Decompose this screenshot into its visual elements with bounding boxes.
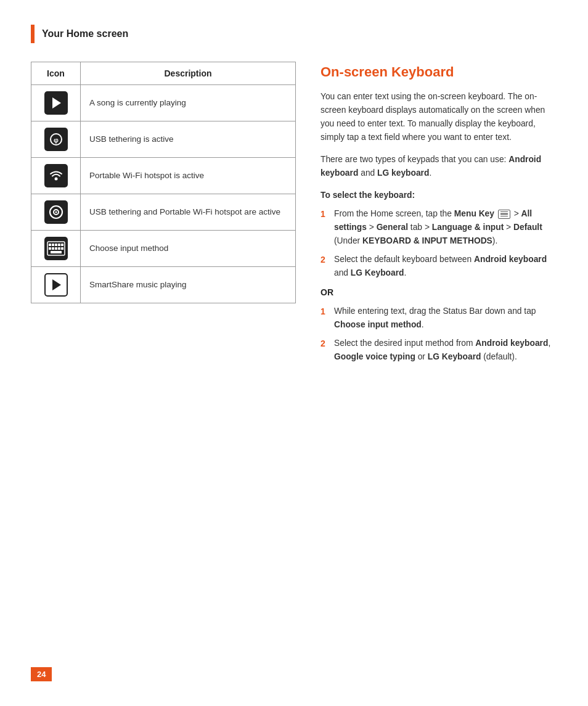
table-row: φ USB tethering is active	[31, 121, 296, 158]
or-label: OR	[321, 286, 557, 300]
svg-point-5	[55, 211, 57, 213]
combined-icon	[44, 200, 68, 224]
step-2-1: 1 While entering text, drag the Status B…	[321, 305, 557, 332]
header-title: Your Home screen	[42, 28, 128, 39]
svg-rect-14	[55, 247, 57, 250]
menu-icon	[498, 210, 510, 219]
orange-bar	[31, 25, 35, 43]
desc-cell: USB tethering is active	[81, 121, 296, 158]
icon-table: Icon Description A song is currently pla…	[31, 62, 296, 303]
step-2-2: 2 Select the desired input method from A…	[321, 337, 557, 364]
right-section: On-screen Keyboard You can enter text us…	[321, 62, 557, 370]
play-icon	[44, 91, 68, 115]
table-row: A song is currently playing	[31, 85, 296, 121]
icon-cell	[31, 267, 81, 303]
icon-cell	[31, 231, 81, 267]
desc-cell: USB tethering and Portable Wi-Fi hotspot…	[81, 194, 296, 231]
icon-cell	[31, 158, 81, 194]
svg-rect-13	[52, 247, 54, 250]
svg-rect-16	[61, 247, 63, 250]
page-number-area: 24	[31, 667, 52, 681]
col-header-desc: Description	[81, 62, 296, 85]
section-title: On-screen Keyboard	[321, 62, 557, 83]
svg-rect-8	[52, 244, 54, 246]
steps-list-2: 1 While entering text, drag the Status B…	[321, 305, 557, 364]
table-row: SmartShare music playing	[31, 267, 296, 303]
desc-cell: Portable Wi-Fi hotspot is active	[81, 158, 296, 194]
icon-cell	[31, 85, 81, 121]
svg-rect-11	[61, 244, 63, 246]
combined-svg	[48, 204, 64, 220]
svg-rect-9	[55, 244, 57, 246]
page-header: Your Home screen	[31, 25, 557, 43]
svg-rect-15	[58, 247, 60, 250]
usb-svg: φ	[49, 133, 63, 146]
col-header-icon: Icon	[31, 62, 81, 85]
select-label: To select the keyboard:	[321, 189, 557, 202]
svg-rect-17	[51, 251, 62, 253]
table-row: Portable Wi-Fi hotspot is active	[31, 158, 296, 194]
icon-cell: φ	[31, 121, 81, 158]
step-1-1: 1 From the Home screen, tap the Menu Key…	[321, 207, 557, 248]
svg-point-2	[54, 178, 57, 181]
svg-rect-7	[49, 244, 51, 246]
keyboard-icon	[44, 237, 68, 260]
icon-table-section: Icon Description A song is currently pla…	[31, 62, 296, 303]
page-number: 24	[31, 667, 52, 681]
step-1-2: 2 Select the default keyboard between An…	[321, 253, 557, 280]
desc-cell: SmartShare music playing	[81, 267, 296, 303]
smartshare-icon	[44, 273, 68, 297]
desc-cell: Choose input method	[81, 231, 296, 267]
keyboard-svg	[47, 241, 65, 256]
wifi-svg	[48, 168, 64, 184]
intro-text: You can enter text using the on-screen k…	[321, 90, 557, 144]
wifi-icon	[44, 164, 68, 187]
svg-text:φ: φ	[54, 136, 59, 144]
svg-rect-12	[49, 247, 51, 250]
table-row: USB tethering and Portable Wi-Fi hotspot…	[31, 194, 296, 231]
svg-rect-10	[58, 244, 60, 246]
desc-cell: A song is currently playing	[81, 85, 296, 121]
table-row: Choose input method	[31, 231, 296, 267]
usb-icon: φ	[44, 128, 68, 151]
types-text: There are two types of keypads that you …	[321, 153, 557, 180]
icon-cell	[31, 194, 81, 231]
steps-list-1: 1 From the Home screen, tap the Menu Key…	[321, 207, 557, 280]
